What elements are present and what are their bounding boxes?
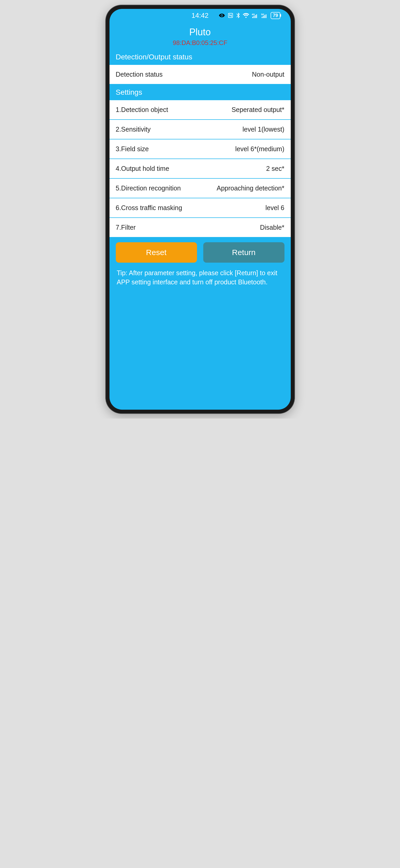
reset-button[interactable]: Reset [116,242,197,262]
setting-row-output-hold-time[interactable]: 4.Output hold time 2 sec* [110,159,291,179]
setting-row-sensitivity[interactable]: 2.Sensitivity level 1(lowest) [110,120,291,140]
signal-5g-icon: 5G [261,13,268,18]
app-header: Pluto 98:DA:B0:05:25:CF [110,22,291,49]
settings-section-label: Settings [110,84,291,100]
detection-section-label: Detection/Output status [110,49,291,65]
nfc-icon [228,12,233,18]
setting-value: Seperated output* [232,106,284,114]
svg-rect-6 [256,14,257,18]
svg-rect-9 [263,16,264,18]
setting-value: Disable* [260,224,284,231]
page-title: Pluto [110,27,291,38]
detection-status-value: Non-output [252,71,284,78]
mac-address: 98:DA:B0:05:25:CF [110,39,291,46]
setting-row-direction-recognition[interactable]: 5.Direction recognition Approaching dete… [110,179,291,198]
svg-text:4G: 4G [252,13,255,16]
svg-rect-5 [255,15,256,18]
setting-label: 5.Direction recognition [116,184,181,192]
svg-text:5G: 5G [261,13,264,16]
return-button[interactable]: Return [203,242,284,262]
setting-row-detection-object[interactable]: 1.Detection object Seperated output* [110,100,291,120]
button-row: Reset Return [110,237,291,262]
setting-value: level 6 [265,204,284,212]
setting-row-field-size[interactable]: 3.Field size level 6*(medium) [110,140,291,159]
status-bar: 14:42 4G 5G 7 [110,9,291,22]
battery-icon: 79 [270,12,280,19]
svg-rect-3 [252,17,253,18]
setting-label: 7.Filter [116,224,136,231]
setting-label: 2.Sensitivity [116,126,151,133]
setting-value: level 1(lowest) [242,126,284,133]
svg-rect-8 [262,17,262,18]
tip-text: Tip: After parameter setting, please cli… [110,262,291,292]
status-time: 14:42 [192,11,208,20]
setting-value: level 6*(medium) [235,145,284,153]
phone-screen: 14:42 4G 5G 7 [110,9,291,410]
svg-point-0 [221,15,223,16]
bluetooth-icon [236,12,240,18]
status-icons: 4G 5G 79 [219,12,280,19]
signal-4g-icon: 4G [252,13,259,18]
setting-row-cross-traffic-masking[interactable]: 6.Cross traffic masking level 6 [110,198,291,218]
svg-rect-11 [266,14,266,18]
detection-status-label: Detection status [116,71,163,78]
settings-list: 1.Detection object Seperated output* 2.S… [110,100,291,237]
setting-label: 4.Output hold time [116,165,169,173]
eye-icon [219,12,225,19]
svg-rect-10 [264,15,265,18]
setting-row-filter[interactable]: 7.Filter Disable* [110,218,291,237]
setting-label: 3.Field size [116,145,149,153]
setting-label: 1.Detection object [116,106,168,114]
setting-value: 2 sec* [266,165,284,173]
wifi-icon [243,13,249,18]
svg-rect-4 [254,16,254,18]
setting-value: Approaching detection* [217,184,284,192]
setting-label: 6.Cross traffic masking [116,204,182,212]
detection-status-row: Detection status Non-output [110,65,291,84]
phone-frame: 14:42 4G 5G 7 [106,5,294,413]
